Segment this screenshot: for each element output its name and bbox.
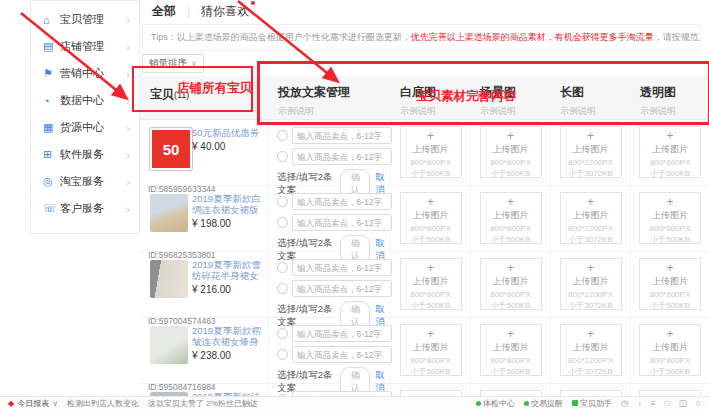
upload-image-button[interactable]: + 上传图片 800*1200PX 小于3072KB	[560, 258, 622, 310]
upload-limit: 小于3072KB	[561, 367, 621, 376]
checkbox[interactable]	[277, 151, 288, 162]
column-subtitle[interactable]: 示例说明	[560, 105, 630, 118]
chevron-down-icon: ∨	[191, 59, 197, 68]
tab-all[interactable]: 全部	[152, 3, 176, 20]
upload-image-button[interactable]: + 上传图片 800*800PX 小于500KB	[639, 258, 701, 310]
checkbox[interactable]	[277, 262, 288, 273]
upload-image-button[interactable]: + 上传图片 800*800PX 小于500KB	[480, 192, 542, 244]
green-dot-icon	[524, 401, 529, 406]
window-icon[interactable]: □	[665, 398, 670, 408]
product-image[interactable]	[150, 326, 188, 364]
upload-image-button[interactable]: + 上传图片 800*1200PX 小于3072KB	[560, 192, 622, 244]
upload-size: 800*1200PX	[561, 290, 621, 299]
circle-icon[interactable]: ○	[696, 398, 701, 408]
upload-image-button[interactable]: + 上传图片 800*800PX 小于500KB	[400, 192, 462, 244]
menu-icon[interactable]: ≡	[651, 398, 656, 408]
tips-suffix: ，请按规范上传素材	[654, 32, 701, 42]
column-subtitle[interactable]: 示例说明	[278, 105, 390, 118]
copywriting-cell: 选择/填写2条文案确认取消	[268, 384, 390, 396]
selling-point-input[interactable]	[292, 280, 392, 297]
sidebar-item-shop-manage[interactable]: ▤ 店铺管理 ›	[31, 33, 139, 60]
checkbox[interactable]	[277, 349, 288, 360]
upload-size: 800*800PX	[401, 158, 461, 167]
checkbox[interactable]	[277, 130, 288, 141]
upload-limit: 小于500KB	[481, 235, 541, 244]
selling-point-input[interactable]	[292, 325, 392, 342]
statusbar-badge-trade[interactable]: 交易提醒	[524, 398, 563, 409]
product-image[interactable]: 50	[150, 128, 192, 170]
product-title-link[interactable]: 2019夏季新款雪纺碎花半身裙女中长款裙摆版白	[192, 259, 266, 281]
upload-image-button[interactable]: + 上传图片 800*1200PX 小于3072KB	[560, 324, 622, 376]
panel-icon[interactable]: ◫	[679, 398, 687, 408]
sidebar-item-software-service[interactable]: ⊞ 软件服务 ›	[31, 141, 139, 168]
column-subtitle[interactable]: 示例说明	[480, 105, 550, 118]
shop-icon: ▤	[43, 40, 60, 53]
upload-image-button[interactable]: + 上传图片 800*800PX 小于500KB	[480, 126, 542, 178]
chevron-right-icon: ›	[126, 203, 130, 215]
upload-label: 上传图片	[561, 209, 621, 222]
upload-label: 上传图片	[481, 341, 541, 354]
plus-icon: +	[640, 197, 700, 208]
statusbar-badge-health[interactable]: 体检中心	[476, 398, 515, 409]
column-subtitle[interactable]: 示例说明	[640, 105, 709, 118]
selling-point-input[interactable]	[292, 148, 392, 165]
checkbox[interactable]	[277, 196, 288, 207]
selling-point-input[interactable]	[292, 193, 392, 210]
sidebar-item-supply-center[interactable]: ▦ 货源中心 ›	[31, 114, 139, 141]
sort-dropdown[interactable]: 销量排序 ∨	[142, 54, 204, 73]
selling-point-input[interactable]	[292, 214, 392, 231]
upload-image-button[interactable]: + 上传图片 800*1200PX 小于3072KB	[560, 126, 622, 178]
column-subtitle[interactable]: 示例说明	[400, 105, 470, 118]
sidebar-item-item-manage[interactable]: ⌂ 宝贝管理 ›	[31, 6, 139, 33]
upload-label: 上传图片	[640, 341, 700, 354]
upload-limit: 小于500KB	[481, 367, 541, 376]
plus-icon: +	[481, 263, 541, 274]
upload-image-button[interactable]: + 上传图片 800*800PX 小于500KB	[639, 324, 701, 376]
upload-image-button[interactable]: + 上传图片 800*800PX 小于500KB	[639, 192, 701, 244]
selling-point-input[interactable]	[292, 259, 392, 276]
sidebar-item-data-center[interactable]: ◔ 数据中心 ›	[31, 87, 139, 114]
statusbar-app[interactable]: ◆ 今日报表 ∨	[8, 398, 58, 409]
column-header-long: 长图 示例说明	[550, 76, 630, 119]
upload-image-button[interactable]: + 上传图片 800*800PX 小于500KB	[480, 324, 542, 376]
selling-point-input[interactable]	[292, 346, 392, 363]
sidebar-item-customer-service[interactable]: ☏ 客户服务 ›	[31, 195, 139, 222]
checkbox[interactable]	[277, 283, 288, 294]
product-title-link[interactable]: 50元新品优惠券	[192, 127, 266, 138]
upload-image-button[interactable]: + 上传图片 800*800PX 小于500KB	[639, 126, 701, 178]
product-title-link[interactable]: 2019夏季新款褶皱连衣裙女修身显瘦小众网红	[192, 325, 266, 347]
sidebar-item-label: 营销中心	[60, 66, 104, 81]
selling-point-input[interactable]	[292, 127, 392, 144]
checkbox[interactable]	[277, 217, 288, 228]
transparent-upload-cell: + 上传图片 800*800PX 小于500KB	[630, 384, 709, 396]
sidebar-item-taobao-service[interactable]: ◎ 淘宝服务 ›	[31, 168, 139, 195]
upload-image-button[interactable]: + 上传图片 800*800PX 小于500KB	[400, 126, 462, 178]
clock-icon[interactable]: ◷	[621, 398, 628, 408]
product-title-link[interactable]: 2019夏季新款白绸连衣裙女裙版短袖T恤中长款	[192, 193, 266, 215]
upload-image-button[interactable]: + 上传图片 800*800PX 小于500KB	[480, 258, 542, 310]
statusbar-message[interactable]: 检测出到店人数变化	[67, 398, 139, 409]
plus-icon: +	[561, 131, 621, 142]
column-header-whitebg: 白底图 示例说明	[390, 76, 470, 119]
product-image[interactable]	[150, 194, 188, 232]
upload-image-button[interactable]: + 上传图片 800*800PX 小于500KB	[400, 324, 462, 376]
sidebar-item-marketing[interactable]: ⚑ 营销中心 ›	[31, 60, 139, 87]
product-material-table: 宝贝(11) 投放文案管理 示例说明 白底图 示例说明 场景图 示例说明 长图 …	[140, 76, 709, 396]
product-image[interactable]	[150, 260, 188, 298]
plus-icon: +	[640, 263, 700, 274]
upload-size: 800*800PX	[481, 158, 541, 167]
product-price: ¥ 198.00	[192, 218, 266, 229]
megaphone-icon: ⚑	[43, 67, 60, 80]
statusbar-message[interactable]: 这款宝贝太赞了 2%粉丝已触达	[148, 398, 258, 409]
download-icon[interactable]: ↓	[637, 398, 641, 408]
upload-image-button[interactable]: + 上传图片 800*800PX 小于500KB	[400, 258, 462, 310]
upload-limit: 小于500KB	[401, 169, 461, 178]
product-cell: 2019夏季新款法式波点连衣裙女中长款复古山	[140, 384, 268, 396]
upload-limit: 小于500KB	[401, 301, 461, 310]
tab-recommend[interactable]: 猜你喜欢	[201, 3, 249, 20]
statusbar-badge-assistant[interactable]: 宝贝助手	[572, 398, 612, 409]
column-title: 透明图	[640, 84, 709, 101]
checkbox[interactable]	[277, 328, 288, 339]
chevron-down-icon: ∨	[52, 399, 58, 408]
plus-icon: +	[640, 329, 700, 340]
